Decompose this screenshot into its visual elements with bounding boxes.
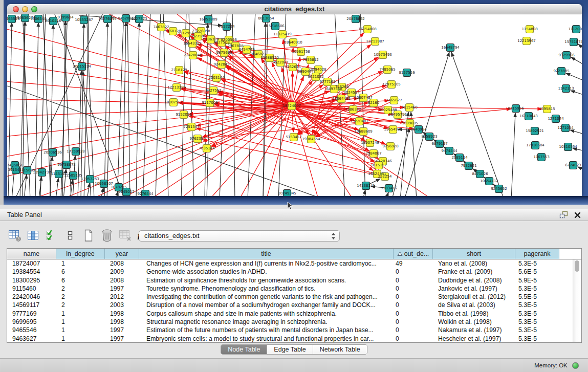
table-row[interactable]: 1830029562008Estimation of significance … [7,276,581,285]
table-tabs-row: Node TableEdge TableNetwork Table [0,344,588,355]
cell-short: Tibbo et al. (1998) [433,310,515,318]
graph-node-label: 9794028 [310,68,326,72]
new-document-icon[interactable] [81,228,96,243]
cell-in_degree: 6 [56,268,105,276]
column-header-label: in_degree [66,249,95,259]
graph-node-label: 252254 [378,174,392,179]
tab-network-table[interactable]: Network Table [313,345,367,354]
graph-node-label: 10553287 [75,18,93,22]
graph-node-label: 20015334 [73,64,91,69]
cell-out_de: 0 [394,293,433,301]
graph-node-label: 26495796 [388,113,407,117]
cell-short: Stergiakouli et al. (2012) [433,293,515,301]
minimize-button[interactable] [22,6,28,12]
graph-node-label: 13942737 [33,170,51,174]
frame-bottom-band [4,196,588,205]
column-header-title[interactable]: title [139,249,394,259]
graph-node-label: 20876862 [346,17,365,21]
cell-out_de: 0 [394,318,433,326]
table-row[interactable]: 2242004622012Investigating the contribut… [7,293,581,301]
panel-splitter[interactable] [0,205,588,209]
cell-year: 2008 [105,276,139,285]
network-view-frame: citations_edges.txt 18724007746382291601… [4,0,588,205]
table-row[interactable]: 969969511998Structural magnetic resonanc… [7,318,581,326]
graph-node-label: 8215956 [508,106,524,111]
graph-node-label: 7251547 [183,125,199,129]
window-titlebar[interactable]: citations_edges.txt [7,4,582,14]
graph-node-label: 2003144 [208,76,225,80]
network-canvas[interactable]: 1872400774638229160128991295423226058982… [7,14,582,196]
graph-node-label: 16210643 [519,114,538,118]
column-check-icon[interactable] [44,228,59,243]
column-header-short[interactable]: short [433,249,515,259]
vertical-scrollbar[interactable] [573,259,580,342]
table-row[interactable]: 911546021997Tourette syndrome. Phenomeno… [7,285,581,293]
column-header-in_degree[interactable]: in_degree [56,249,105,259]
graph-node-label: 10688609 [354,129,373,134]
row-merge-icon[interactable] [62,228,78,243]
cell-in_degree: 1 [56,310,105,318]
table-row[interactable]: 977716911998Corpus callosum shape and si… [7,310,581,318]
graph-node-label: 23226058 [192,29,210,33]
table-row[interactable]: 1456911722003Disruption of a novel membe… [7,301,581,309]
citation-network-graph[interactable]: 1872400774638229160128991295423226058982… [7,14,582,196]
cell-short: Franke et al. (2009) [433,268,515,276]
tab-edge-table[interactable]: Edge Table [267,345,313,354]
graph-node-label: 11325419 [273,32,292,36]
cell-title: Estimation of the future numbers of pati… [139,326,394,334]
scrollbar-thumb[interactable] [575,260,579,272]
float-panel-icon[interactable] [559,211,568,219]
graph-node-label: 1527373 [131,17,147,21]
table-row[interactable]: 946362711997Embryonic stem cells: a mode… [7,335,581,343]
dropdown-arrows-icon [331,232,336,243]
tab-node-table[interactable]: Node Table [221,345,267,354]
column-header-pagerank[interactable]: pagerank [515,249,559,259]
column-header-name[interactable]: name [7,249,56,259]
cell-out_de: 0 [394,276,433,285]
import-disabled-icon [118,228,133,243]
cell-year: 1998 [105,318,139,326]
cell-in_degree: 6 [56,276,105,285]
graph-node-label: 9399694 [57,15,74,19]
graph-node-label: 10807487 [354,96,373,100]
graph-node-label: 18640910 [284,40,302,45]
graph-node-label: 12213389 [167,85,186,90]
close-panel-icon[interactable] [574,212,581,218]
graph-node-label: 23364456 [332,97,351,101]
delete-table-icon[interactable] [99,228,115,243]
graph-node-label: 7983416 [381,186,397,190]
zoom-button[interactable] [31,6,37,12]
table-header-row: namein_degreeyeartitleout_de...shortpage… [7,249,581,259]
window-title: citations_edges.txt [7,4,582,14]
graph-node-label: 3024554 [343,91,360,95]
graph-node-label: 8958923 [421,135,437,139]
close-button[interactable] [13,6,19,12]
cell-year: 2008 [105,259,139,268]
cell-title: Disruption of a novel member of a sodium… [139,301,394,309]
column-header-label: out_de... [404,249,429,259]
cell-year: 1998 [105,310,139,318]
graph-node-label: 9115460 [401,105,417,110]
graph-node-label: 2718129 [171,68,187,72]
cell-out_de: 0 [394,335,433,343]
graph-node-label: 8910416 [45,19,61,23]
graph-node-label: 2985114 [451,156,468,160]
graph-node-label: 16648794 [441,46,460,50]
column-header-label: title [261,249,271,259]
column-insert-icon[interactable] [26,228,41,243]
table-row[interactable]: 946554611997Estimation of the future num… [7,326,581,334]
table-settings-icon[interactable] [7,228,23,243]
table-row[interactable]: 1938455462009Genome-wide association stu… [7,268,581,276]
graph-node-label: 9117006 [202,101,218,105]
cell-pagerank: 5.6E-5 [515,268,559,276]
column-header-out_de[interactable]: out_de... [394,249,433,259]
table-row[interactable]: 1872400712008Changes of HCN gene express… [7,259,581,268]
cell-pagerank: 5.5E-5 [515,293,559,301]
cell-title: Changes of HCN gene expression and I(f) … [139,259,394,268]
table-select-dropdown[interactable]: citations_edges.txt [139,230,340,242]
cell-in_degree: 1 [56,326,105,334]
graph-node-label: 9245012 [118,190,134,194]
column-header-label: pagerank [524,249,550,259]
column-header-year[interactable]: year [105,249,139,259]
header-filler [559,249,581,259]
